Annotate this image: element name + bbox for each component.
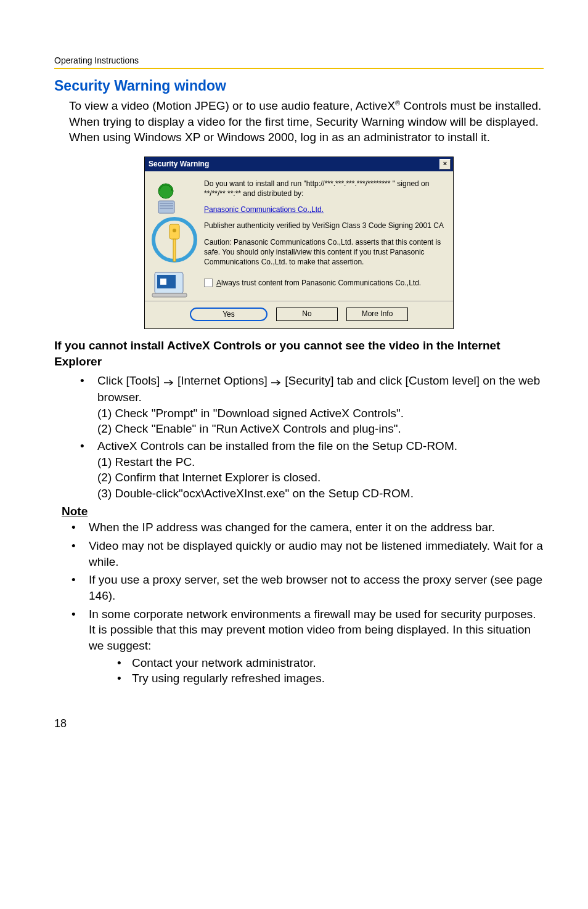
- note-list: When the IP address was changed for the …: [54, 520, 544, 686]
- instruction-list: Click [Tools] [Internet Options] [Securi…: [54, 373, 544, 501]
- note-label: Note: [62, 505, 544, 518]
- text: [Internet Options]: [178, 374, 267, 387]
- always-trust-label: Always trust content from Panasonic Comm…: [216, 278, 421, 288]
- list-item: In some corporate network environments a…: [60, 606, 544, 687]
- dialog-line3: Caution: Panasonic Communications Co.,Lt…: [204, 237, 447, 267]
- intro-text-a: To view a video (Motion JPEG) or to use …: [69, 99, 395, 112]
- checkbox-icon[interactable]: [204, 279, 213, 287]
- security-warning-dialog: Security Warning ×: [144, 157, 454, 329]
- arrow-icon: [271, 373, 282, 389]
- dialog-body: Do you want to install and run "http://*…: [145, 171, 453, 301]
- substep: (2) Confirm that Internet Explorer is cl…: [97, 470, 544, 486]
- yes-button[interactable]: Yes: [190, 308, 267, 321]
- svg-rect-7: [173, 239, 176, 261]
- intro-paragraph: To view a video (Motion JPEG) or to use …: [69, 98, 544, 145]
- running-header: Operating Instructions: [54, 55, 544, 69]
- substep: (1) Check "Prompt" in "Download signed A…: [97, 406, 544, 422]
- svg-rect-12: [152, 293, 187, 297]
- svg-rect-11: [160, 279, 166, 285]
- dialog-text: Do you want to install and run "http://*…: [204, 179, 447, 298]
- publisher-link[interactable]: Panasonic Communications Co.,Ltd.: [204, 205, 324, 214]
- page-number: 18: [54, 717, 544, 730]
- svg-rect-1: [158, 201, 174, 213]
- more-info-button[interactable]: More Info: [346, 308, 408, 321]
- list-item: Try using regularly refreshed images.: [111, 671, 544, 687]
- section-title: Security Warning window: [54, 78, 544, 94]
- text: Click [Tools]: [97, 374, 160, 387]
- close-icon[interactable]: ×: [439, 159, 451, 169]
- dialog-screenshot: Security Warning ×: [54, 157, 544, 329]
- inner-list: Contact your network administrator. Try …: [89, 655, 544, 687]
- text: ActiveX Controls can be installed from t…: [97, 439, 457, 452]
- substep: (3) Double-click"ocx\ActiveXInst.exe" on…: [97, 486, 544, 502]
- arrow-icon: [163, 373, 174, 389]
- dialog-line2: Publisher authenticity verified by VeriS…: [204, 221, 447, 230]
- sub-heading: If you cannot install ActiveX Controls o…: [54, 338, 544, 369]
- dialog-icon: [151, 179, 204, 298]
- svg-point-0: [158, 184, 173, 198]
- svg-point-8: [173, 229, 176, 232]
- no-button[interactable]: No: [276, 308, 338, 321]
- registered-mark: ®: [395, 99, 400, 107]
- list-item: Video may not be displayed quickly or au…: [60, 538, 544, 569]
- list-item: If you use a proxy server, set the web b…: [60, 572, 544, 603]
- dialog-footer: Yes No More Info: [145, 301, 453, 328]
- dialog-title: Security Warning: [149, 160, 209, 168]
- always-trust-row[interactable]: Always trust content from Panasonic Comm…: [204, 278, 447, 288]
- list-item: Contact your network administrator.: [111, 655, 544, 671]
- list-item: Click [Tools] [Internet Options] [Securi…: [69, 373, 544, 437]
- text: In some corporate network environments a…: [89, 608, 536, 652]
- dialog-titlebar: Security Warning ×: [145, 157, 453, 171]
- substep: (1) Restart the PC.: [97, 454, 544, 470]
- list-item: ActiveX Controls can be installed from t…: [69, 438, 544, 502]
- substep: (2) Check "Enable" in "Run ActiveX Contr…: [97, 421, 544, 437]
- list-item: When the IP address was changed for the …: [60, 520, 544, 536]
- dialog-line1: Do you want to install and run "http://*…: [204, 179, 447, 198]
- page: Operating Instructions Security Warning …: [0, 0, 588, 755]
